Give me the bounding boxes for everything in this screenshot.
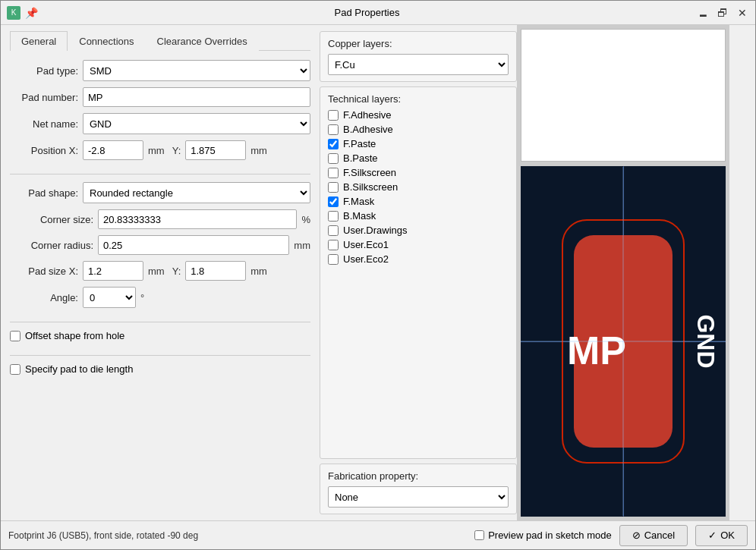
pad-size-y-unit: mm xyxy=(250,266,267,277)
ok-button[interactable]: ✓ OK xyxy=(695,525,748,546)
specify-pad-row: Specify pad to die length xyxy=(10,363,310,375)
position-x-unit: mm xyxy=(148,145,165,156)
bottom-bar: Footprint J6 (USB5), front side, rotated… xyxy=(1,520,755,549)
f-silkscreen-label[interactable]: F.Silkscreen xyxy=(343,167,396,178)
angle-row: Angle: 0 90 180 270 ° xyxy=(10,287,310,308)
layer-user-drawings: User.Drawings xyxy=(328,225,509,236)
offset-shape-checkbox[interactable] xyxy=(10,331,20,341)
divider-1 xyxy=(10,174,310,174)
layer-b-adhesive: B.Adhesive xyxy=(328,124,509,135)
position-x-label: Position X: xyxy=(10,145,78,156)
net-name-select[interactable]: GND VCC xyxy=(83,113,310,134)
cancel-button[interactable]: ⊘ Cancel xyxy=(619,525,688,546)
pad-type-select[interactable]: SMD Through-hole NPTH xyxy=(83,60,310,81)
pad-size-y-label: Y: xyxy=(172,266,181,277)
pad-size-x-input[interactable] xyxy=(83,261,143,281)
user-eco2-checkbox[interactable] xyxy=(328,254,339,265)
title-bar-controls: 🗕 🗗 ✕ xyxy=(696,6,749,20)
f-adhesive-label[interactable]: F.Adhesive xyxy=(343,109,392,121)
layer-user-eco1: User.Eco1 xyxy=(328,239,509,250)
b-silkscreen-label[interactable]: B.Silkscreen xyxy=(343,181,398,193)
technical-layers-title: Technical layers: xyxy=(328,93,509,105)
sketch-mode-label[interactable]: Preview pad in sketch mode xyxy=(488,530,612,541)
pad-type-label: Pad type: xyxy=(10,65,78,77)
preview-bottom: MP GND xyxy=(521,166,726,517)
tab-general[interactable]: General xyxy=(10,31,68,51)
f-mask-label[interactable]: F.Mask xyxy=(343,196,374,207)
pad-shape-select[interactable]: Rounded rectangle Rectangle Circle Oval xyxy=(83,182,310,203)
corner-radius-row: Corner radius: mm xyxy=(10,235,310,255)
maximize-button[interactable]: 🗗 xyxy=(716,6,729,20)
tab-connections[interactable]: Connections xyxy=(68,31,145,51)
bottom-right: Preview pad in sketch mode ⊘ Cancel ✓ OK xyxy=(474,525,748,546)
angle-select[interactable]: 0 90 180 270 xyxy=(83,287,136,308)
copper-section: Copper layers: F.Cu B.Cu xyxy=(320,31,517,82)
sketch-mode-checkbox[interactable] xyxy=(474,530,484,540)
pad-size-x-unit: mm xyxy=(148,266,165,277)
user-eco2-label[interactable]: User.Eco2 xyxy=(343,253,389,265)
b-mask-label[interactable]: B.Mask xyxy=(343,210,376,222)
offset-shape-row: Offset shape from hole xyxy=(10,330,310,341)
pad-size-y-input[interactable] xyxy=(185,261,246,281)
preview-check-container: Preview pad in sketch mode xyxy=(474,530,612,541)
b-mask-checkbox[interactable] xyxy=(328,211,339,222)
corner-size-row: Corner size: % xyxy=(10,209,310,229)
layer-f-paste: F.Paste xyxy=(328,138,509,149)
pad-label-mp: MP xyxy=(567,328,626,372)
b-adhesive-label[interactable]: B.Adhesive xyxy=(343,124,393,135)
position-y-unit: mm xyxy=(250,145,267,156)
user-eco1-checkbox[interactable] xyxy=(328,240,339,250)
pad-number-input[interactable] xyxy=(83,87,310,107)
fabrication-select[interactable]: None BGA pad Fiducial xyxy=(328,486,509,508)
b-silkscreen-checkbox[interactable] xyxy=(328,182,339,193)
layer-f-mask: F.Mask xyxy=(328,196,509,207)
layer-f-silkscreen: F.Silkscreen xyxy=(328,167,509,178)
pad-size-row: Pad size X: mm Y: mm xyxy=(10,261,310,281)
corner-size-unit: % xyxy=(301,214,310,225)
user-drawings-checkbox[interactable] xyxy=(328,225,339,236)
app-icon: K xyxy=(7,6,20,20)
f-mask-checkbox[interactable] xyxy=(328,196,339,207)
divider-2 xyxy=(10,322,310,322)
copper-select[interactable]: F.Cu B.Cu xyxy=(328,54,509,75)
pad-size-x-label: Pad size X: xyxy=(10,266,78,277)
corner-radius-unit: mm xyxy=(294,240,310,251)
user-drawings-label[interactable]: User.Drawings xyxy=(343,225,408,236)
content-area: General Connections Clearance Overrides … xyxy=(1,25,755,520)
minimize-button[interactable]: 🗕 xyxy=(696,6,710,20)
divider-3 xyxy=(10,355,310,356)
specify-pad-label[interactable]: Specify pad to die length xyxy=(25,363,133,375)
b-paste-checkbox[interactable] xyxy=(328,153,339,164)
corner-size-input[interactable] xyxy=(98,209,297,229)
close-button[interactable]: ✕ xyxy=(736,6,749,20)
window-title: Pad Properties xyxy=(335,7,400,18)
angle-unit: ° xyxy=(140,292,144,303)
cancel-label: Cancel xyxy=(644,530,675,541)
f-paste-label[interactable]: F.Paste xyxy=(343,138,376,149)
middle-panel: Copper layers: F.Cu B.Cu Technical layer… xyxy=(320,25,517,520)
specify-pad-checkbox[interactable] xyxy=(10,364,20,375)
layer-f-adhesive: F.Adhesive xyxy=(328,109,509,121)
b-adhesive-checkbox[interactable] xyxy=(328,124,339,135)
pad-number-label: Pad number: xyxy=(10,92,78,103)
gnd-label: GND xyxy=(691,314,720,368)
tab-clearance[interactable]: Clearance Overrides xyxy=(146,31,259,51)
position-y-input[interactable] xyxy=(185,140,246,160)
fabrication-section: Fabrication property: None BGA pad Fiduc… xyxy=(320,464,517,514)
layer-b-paste: B.Paste xyxy=(328,152,509,164)
cancel-icon: ⊘ xyxy=(632,530,641,541)
b-paste-label[interactable]: B.Paste xyxy=(343,152,378,164)
f-silkscreen-checkbox[interactable] xyxy=(328,168,339,178)
f-adhesive-checkbox[interactable] xyxy=(328,110,339,121)
corner-radius-input[interactable] xyxy=(98,235,289,255)
position-x-input[interactable] xyxy=(83,140,143,160)
f-paste-checkbox[interactable] xyxy=(328,139,339,149)
offset-shape-label[interactable]: Offset shape from hole xyxy=(25,330,124,341)
preview-top xyxy=(521,29,726,162)
position-y-label: Y: xyxy=(172,145,181,156)
user-eco1-label[interactable]: User.Eco1 xyxy=(343,239,389,250)
layer-user-eco2: User.Eco2 xyxy=(328,253,509,265)
title-bar-left: K 📌 xyxy=(7,6,38,20)
corner-size-label: Corner size: xyxy=(10,214,93,225)
left-panel: General Connections Clearance Overrides … xyxy=(1,25,320,520)
